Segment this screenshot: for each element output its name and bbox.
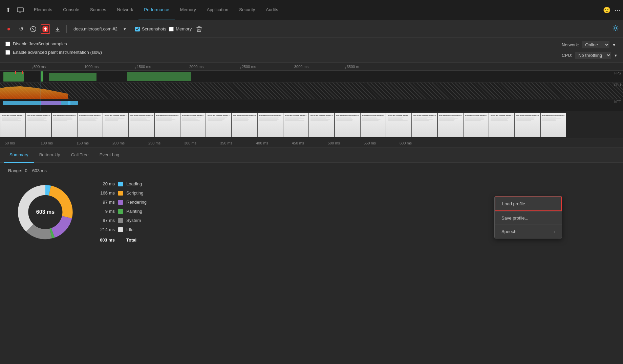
tab-call-tree[interactable]: Call Tree — [66, 148, 94, 163]
donut-chart: 603 ms — [15, 182, 76, 243]
screenshots-checkbox[interactable] — [135, 27, 140, 31]
context-menu-save-profile[interactable]: Save profile... — [495, 211, 562, 225]
speech-chevron-icon: › — [554, 230, 555, 234]
screenshot-thumb-20: Mine Bridge Chocolate Swooper Fall — [515, 113, 540, 137]
range-label: Range: — [8, 168, 22, 173]
tab-elements[interactable]: Elements — [28, 0, 58, 20]
ruler-tick-2500: 2500 ms — [240, 63, 256, 70]
network-dropdown-arrow: ▼ — [612, 43, 616, 47]
enable-paint-checkbox[interactable] — [5, 50, 10, 55]
screenshot-thumb-7: Mine Bridge Chocolate Swooper Fall — [180, 113, 206, 137]
more-options-icon[interactable]: ⋯ — [615, 6, 620, 14]
ruler-tick-1000: 1000 ms — [83, 63, 99, 70]
upload-button[interactable] — [41, 24, 50, 34]
ruler-bottom-500: 500 ms — [328, 140, 340, 145]
clear-button[interactable] — [28, 24, 38, 34]
legend-loading: 20 ms Loading — [96, 181, 147, 186]
memory-checkbox[interactable] — [169, 27, 174, 31]
network-setting: Network: Online Fast 3G Slow 3G Offline … — [562, 41, 618, 48]
memory-label: Memory — [176, 26, 192, 31]
memory-checkbox-label[interactable]: Memory — [169, 26, 192, 31]
legend-system: 97 ms System — [96, 218, 147, 223]
tab-bottom-up[interactable]: Bottom-Up — [34, 148, 66, 163]
profile-dropdown-arrow[interactable]: ▼ — [123, 27, 127, 31]
download-button[interactable] — [53, 24, 62, 34]
screenshot-thumb-11: Mine Bridge Chocolate Swooper Fall — [283, 113, 309, 137]
screenshot-thumb-17: Mine Bridge Chocolate Swooper Fall — [437, 113, 463, 137]
fps-label: FPS — [615, 71, 621, 75]
ruler-bottom-50: 50 ms — [5, 140, 15, 145]
legend-total-row: 603 ms Total — [96, 237, 147, 243]
ruler-bottom-250: 250 ms — [148, 140, 160, 145]
screenshot-thumb-12: Mine Bridge Chocolate Swooper Fall — [309, 113, 335, 137]
ruler-tick-3000: 3000 ms — [293, 63, 308, 70]
ruler-bottom-600: 600 ms — [400, 140, 412, 145]
context-menu-speech[interactable]: Speech › — [495, 225, 562, 238]
tab-performance[interactable]: Performance — [138, 0, 174, 20]
context-menu-load-profile[interactable]: Load profile... — [495, 197, 562, 211]
cpu-select[interactable]: No throttling 4x slowdown 6x slowdown — [575, 52, 611, 59]
record-button[interactable]: ● — [4, 24, 14, 34]
disable-js-setting: Disable JavaScript samples — [5, 41, 102, 46]
scripting-swatch — [118, 191, 123, 196]
rendering-swatch — [118, 200, 123, 205]
screenshot-thumb-18: Mine Bridge Chocolate Swooper Fall — [463, 113, 489, 137]
screenshot-thumb-6: Mine Bridge Chocolate Swooper Fall — [154, 113, 180, 137]
cpu-dropdown-arrow: ▼ — [614, 53, 618, 58]
trash-button[interactable] — [194, 24, 204, 34]
screenshots-checkbox-label[interactable]: Screenshots — [135, 26, 166, 31]
cpu-track: CPU — [0, 83, 623, 99]
context-menu: Load profile... Save profile... Speech › — [494, 196, 562, 238]
timeline-ruler-bottom: 50 ms 100 ms 150 ms 200 ms 250 ms 300 ms… — [0, 138, 623, 148]
screenshot-thumb-16: Mine Bridge Chocolate Swooper Fall — [412, 113, 437, 137]
screenshot-thumb-5: Mine Bridge Chocolate Swooper Fall — [129, 113, 154, 137]
tab-memory[interactable]: Memory — [175, 0, 201, 20]
tab-summary[interactable]: Summary — [4, 148, 34, 163]
toolbar: ● ↺ docs.microsoft.com #2 ▼ Screenshots … — [0, 20, 623, 38]
settings-right: Network: Online Fast 3G Slow 3G Offline … — [562, 41, 618, 59]
tab-console[interactable]: Console — [58, 0, 85, 20]
legend-rendering: 97 ms Rendering — [96, 200, 147, 205]
screenshot-thumb-13: Mine Bridge Chocolate Swooper Fall — [335, 113, 360, 137]
screenshot-thumb-19: Mine Bridge Chocolate Swooper Fall — [489, 113, 515, 137]
ruler-bottom-550: 550 ms — [364, 140, 376, 145]
ruler-bottom-300: 300 ms — [184, 140, 196, 145]
svg-line-4 — [32, 28, 35, 30]
loading-swatch — [118, 182, 123, 186]
settings-row: Disable JavaScript samples Enable advanc… — [0, 38, 623, 63]
screenshot-thumb-9: Mine Bridge Chocolate Swooper Fall — [232, 113, 257, 137]
reload-button[interactable]: ↺ — [16, 24, 26, 34]
ruler-bottom-350: 350 ms — [220, 140, 232, 145]
screenshots-strip: .screenshot-thumb { width: 76px; height:… — [0, 111, 623, 138]
tab-event-log[interactable]: Event Log — [94, 148, 125, 163]
tab-audits[interactable]: Audits — [260, 0, 283, 20]
screenshot-thumb-8: Mine Bridge Chocolate Swooper Fall — [206, 113, 232, 137]
donut-center-label: 603 ms — [36, 209, 55, 215]
tab-bar: ⬆ Elements Console Sources Network Perfo… — [0, 0, 623, 20]
disable-js-checkbox[interactable] — [5, 42, 10, 46]
smiley-icon[interactable]: 🙂 — [603, 6, 610, 14]
ruler-bottom-450: 450 ms — [292, 140, 304, 145]
painting-swatch — [118, 209, 123, 214]
gear-icon[interactable] — [612, 25, 619, 33]
svg-rect-0 — [17, 8, 23, 12]
settings-left: Disable JavaScript samples Enable advanc… — [5, 41, 102, 55]
tab-security[interactable]: Security — [234, 0, 260, 20]
screenshot-thumb-10: Mine Bridge Chocolate Swooper Fall — [257, 113, 283, 137]
cpu-label: CPU: — [562, 53, 572, 58]
net-track: NET — [0, 99, 623, 106]
ruler-tick-2000: 2000 ms — [188, 63, 203, 70]
range-value: 0 – 603 ms — [25, 168, 47, 173]
separator-1 — [66, 25, 67, 33]
tab-network[interactable]: Network — [112, 0, 139, 20]
tab-application[interactable]: Application — [201, 0, 234, 20]
profile-name: docs.microsoft.com #2 — [71, 26, 120, 31]
network-select[interactable]: Online Fast 3G Slow 3G Offline — [582, 41, 609, 48]
analysis-tabs: Summary Bottom-Up Call Tree Event Log — [0, 148, 623, 163]
ruler-tick-500: 500 ms — [32, 63, 46, 70]
cpu-setting: CPU: No throttling 4x slowdown 6x slowdo… — [562, 52, 618, 59]
ruler-bottom-200: 200 ms — [112, 140, 125, 145]
legend-list: 20 ms Loading 166 ms Scripting 97 ms Ren… — [96, 181, 147, 243]
tab-sources[interactable]: Sources — [85, 0, 112, 20]
screenshot-thumb-3: Mine Bridge Chocolate Swooper Fall — [77, 113, 103, 137]
